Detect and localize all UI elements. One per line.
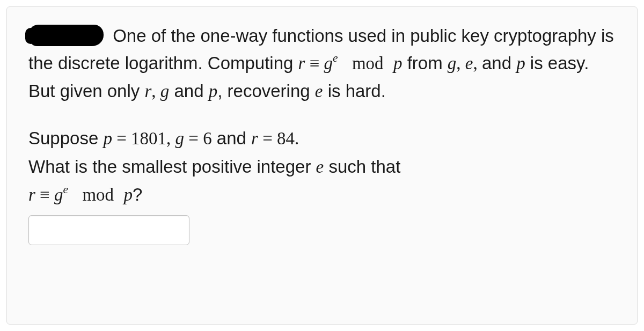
q-eq-1: = xyxy=(112,129,131,148)
comma-1: , xyxy=(456,54,465,73)
list-e: e xyxy=(465,54,473,73)
q-eq-2: = xyxy=(184,129,203,148)
answer-input[interactable] xyxy=(28,215,189,245)
var-p: p xyxy=(393,54,402,73)
q-r-val: 84 xyxy=(277,129,295,148)
only-g: g xyxy=(160,82,170,101)
list-p: p xyxy=(516,54,525,73)
q-eq-r: r xyxy=(28,185,35,204)
var-r: r xyxy=(298,54,305,73)
q-g-var: g xyxy=(175,129,185,148)
q-p-var: p xyxy=(103,129,112,148)
q-ask-e: e xyxy=(316,157,324,176)
q-g-val: 6 xyxy=(203,129,212,148)
q-mod: mod xyxy=(82,185,114,204)
q-equiv: ≡ xyxy=(35,185,54,204)
sup-e: e xyxy=(333,52,338,64)
intro-text-4: , recovering xyxy=(217,81,315,101)
q-ask-1: What is the smallest positive integer xyxy=(28,157,316,176)
suppose-label: Suppose xyxy=(28,128,103,148)
intro-text-2: from xyxy=(402,53,447,73)
q-p-val: 1801 xyxy=(131,129,166,148)
only-p: p xyxy=(209,82,218,101)
q-sup-e: e xyxy=(63,183,68,196)
tail-e: e xyxy=(315,82,323,101)
q-r-var: r xyxy=(251,129,258,148)
intro-text-5: is hard. xyxy=(323,81,385,101)
mod-1: mod xyxy=(352,54,384,73)
only-r: r xyxy=(144,82,151,101)
and-1: and xyxy=(482,53,516,73)
q-eq-p: p xyxy=(123,185,133,204)
q-eq-3: = xyxy=(258,129,277,148)
and-2: and xyxy=(169,81,208,101)
q-ask-2: such that xyxy=(324,157,400,176)
q-sep-1: , xyxy=(166,129,175,148)
redaction-mark xyxy=(28,25,104,46)
equiv-1: ≡ xyxy=(305,54,324,73)
question-card: One of the one-way functions used in pub… xyxy=(6,6,638,325)
q-period: . xyxy=(295,129,299,148)
comma-3: , xyxy=(151,82,160,101)
q-qmark: ? xyxy=(133,185,142,204)
q-and: and xyxy=(212,128,251,148)
intro-paragraph: One of the one-way functions used in pub… xyxy=(28,22,616,105)
q-eq-g: g xyxy=(54,185,63,204)
var-g: g xyxy=(324,54,333,73)
comma-2: , xyxy=(473,54,482,73)
question-paragraph: Suppose p = 1801, g = 6 and r = 84. What… xyxy=(28,124,616,208)
list-g: g xyxy=(448,54,457,73)
